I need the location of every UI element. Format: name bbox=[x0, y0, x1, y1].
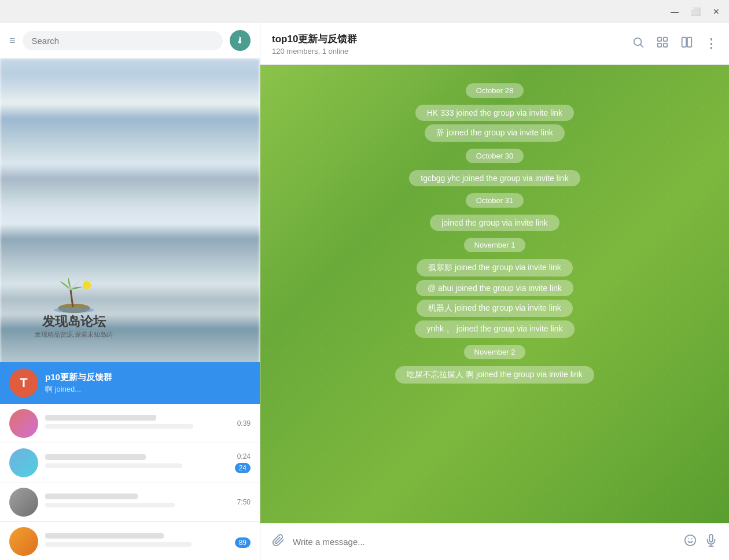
svg-point-6 bbox=[634, 38, 642, 46]
system-message: joined the group via invite link bbox=[284, 215, 706, 231]
system-message: 吃屎不忘拉屎人 啊 joined the group via invite li… bbox=[284, 366, 706, 384]
date-label: October 28 bbox=[466, 83, 524, 98]
more-options-icon[interactable]: ⋮ bbox=[705, 36, 717, 51]
system-message: tgcbgg yhc joined the group via invite l… bbox=[284, 170, 706, 186]
watermark-title: 发现岛论坛 bbox=[42, 313, 106, 330]
chat-header-actions: ⋮ bbox=[632, 36, 717, 51]
chat-messages[interactable]: October 28 HK 333 joined the group via i… bbox=[260, 65, 729, 523]
svg-point-14 bbox=[685, 535, 695, 545]
chat-list: T p10更新与反馈群 啊 joined... 0:39 bbox=[0, 58, 260, 560]
svg-rect-11 bbox=[664, 43, 667, 47]
svg-rect-10 bbox=[658, 43, 661, 47]
unread-badge: 89 bbox=[235, 537, 251, 548]
svg-rect-13 bbox=[687, 38, 691, 47]
list-item[interactable]: 0:24 24 bbox=[0, 443, 260, 482]
chat-item-content: p10更新与反馈群 啊 joined... bbox=[45, 372, 251, 395]
sidebar: ≡ 🌡 T p10更新与反馈群 啊 joined... bbox=[0, 23, 260, 560]
list-item[interactable]: 7:50 bbox=[0, 482, 260, 522]
system-message: 机器人 joined the group via invite link bbox=[284, 300, 706, 317]
watermark-logo-icon bbox=[51, 278, 97, 313]
chat-name: p10更新与反馈群 bbox=[45, 372, 112, 383]
svg-line-7 bbox=[640, 45, 643, 47]
watermark: 发现岛论坛 发现精品货源,探索未知岛屿 bbox=[35, 278, 113, 339]
columns-icon[interactable] bbox=[680, 36, 693, 51]
date-label: November 1 bbox=[464, 238, 526, 252]
svg-point-2 bbox=[83, 281, 91, 289]
active-chat-item[interactable]: T p10更新与反馈群 啊 joined... bbox=[0, 362, 260, 404]
chat-time: 7:50 bbox=[237, 498, 251, 506]
titlebar: — ⬜ ✕ bbox=[0, 0, 729, 23]
search-input[interactable] bbox=[23, 31, 223, 50]
date-separator: October 31 bbox=[284, 193, 706, 208]
attach-icon[interactable] bbox=[272, 534, 285, 550]
date-separator: November 1 bbox=[284, 238, 706, 252]
chat-header-info: top10更新与反馈群 120 members, 1 online bbox=[272, 32, 357, 56]
system-message: @ ahui joined the group via invite link bbox=[284, 280, 706, 296]
chat-area: top10更新与反馈群 120 members, 1 online ⋮ bbox=[260, 23, 729, 560]
unread-badge: 24 bbox=[235, 463, 251, 473]
chat-preview: 啊 joined... bbox=[45, 384, 251, 395]
date-label: November 2 bbox=[464, 345, 526, 359]
date-separator: November 2 bbox=[284, 345, 706, 359]
chat-time: 0:39 bbox=[237, 419, 251, 428]
date-separator: October 30 bbox=[284, 149, 706, 163]
svg-line-4 bbox=[90, 281, 91, 282]
watermark-subtitle: 发现精品货源,探索未知岛屿 bbox=[35, 330, 113, 339]
date-label: October 31 bbox=[466, 193, 524, 208]
svg-rect-8 bbox=[658, 38, 661, 41]
list-item[interactable]: 89 bbox=[0, 522, 260, 560]
minimize-button[interactable]: — bbox=[669, 6, 680, 17]
svg-rect-12 bbox=[682, 38, 686, 47]
emoji-icon[interactable] bbox=[684, 534, 697, 550]
list-item[interactable]: 0:39 bbox=[0, 404, 260, 443]
chat-subtitle: 120 members, 1 online bbox=[272, 47, 357, 56]
avatar: T bbox=[9, 369, 38, 397]
system-message: HK 333 joined the group via invite link bbox=[284, 105, 706, 121]
message-input[interactable] bbox=[293, 537, 676, 547]
chat-title: top10更新与反馈群 bbox=[272, 32, 357, 46]
svg-point-1 bbox=[54, 307, 94, 313]
close-button[interactable]: ✕ bbox=[710, 6, 722, 17]
chat-time: 0:24 bbox=[235, 452, 251, 460]
system-message: 孤寒影 joined the group via invite link bbox=[284, 259, 706, 277]
mic-icon[interactable] bbox=[705, 534, 717, 550]
system-message: ynhk 。 joined the group via invite link bbox=[284, 320, 706, 338]
search-icon[interactable] bbox=[632, 36, 645, 51]
maximize-button[interactable]: ⬜ bbox=[690, 6, 701, 17]
date-label: October 30 bbox=[466, 149, 524, 163]
chat-input-area bbox=[260, 523, 729, 560]
chat-header: top10更新与反馈群 120 members, 1 online ⋮ bbox=[260, 23, 729, 65]
hamburger-menu-icon[interactable]: ≡ bbox=[9, 35, 16, 47]
svg-rect-9 bbox=[664, 38, 667, 41]
system-message: 辞 joined the group via invite link bbox=[284, 124, 706, 142]
avatar[interactable]: 🌡 bbox=[230, 30, 251, 51]
chat-list-items: 0:39 0:24 24 7:50 bbox=[0, 404, 260, 560]
reactions-icon[interactable] bbox=[656, 36, 669, 51]
sidebar-header: ≡ 🌡 bbox=[0, 23, 260, 58]
date-separator: October 28 bbox=[284, 83, 706, 98]
